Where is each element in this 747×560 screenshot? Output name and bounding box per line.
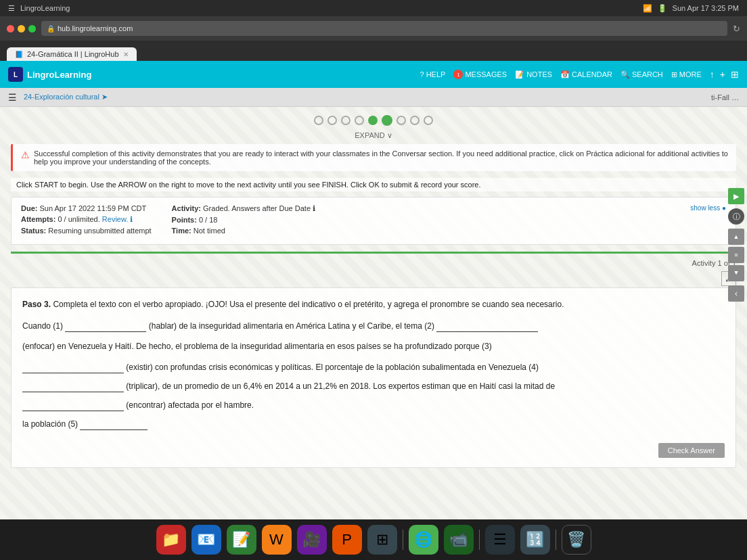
messages-label: MESSAGES [465,70,507,78]
line3-verb1: (existir) con profundas crisis económica… [126,363,539,372]
add-tab-icon[interactable]: + [720,69,725,80]
macos-bar-right: 📶 🔋 Sun Apr 17 3:25 PM [643,4,739,13]
tab-label: 24-Gramática II | LingroHub [27,50,119,58]
show-less-link[interactable]: show less ● [690,204,726,212]
more-label: MORE [679,70,702,78]
battery-icon: 🔋 [658,4,667,13]
notes-icon: 📝 [515,70,524,79]
sentence-3b: (triplicar), de un promedio de un 6,4% e… [22,378,725,394]
scroll-up[interactable]: ▲ [728,229,744,245]
macos-bar-left: ☰ LingroLearning [8,4,70,13]
scroll-down[interactable]: ▲ [728,265,744,281]
course-breadcrumb[interactable]: 24-Exploración cultural ➤ [24,93,108,101]
line3-verb2: (triplicar), de un promedio de un 6,4% e… [126,381,555,391]
check-answer-button[interactable]: Check Answer [658,443,725,458]
dock-app-chrome[interactable]: 🌐 [409,525,438,555]
dock-trash[interactable]: 🗑️ [562,525,591,555]
review-link[interactable]: Review. ℹ [102,215,133,223]
nav-right: ? HELP 1 MESSAGES 📝 NOTES 📅 CALENDAR 🔍 S… [420,69,739,80]
expand-label[interactable]: EXPAND ∨ [11,131,736,140]
dock-separator-3 [556,530,556,550]
points-label: Points: [172,216,197,224]
input-3[interactable] [22,362,124,373]
chevron-left-button[interactable]: ‹ [728,285,744,302]
search-label: SEARCH [632,70,663,78]
input-2[interactable] [436,321,538,332]
dock-app-finder[interactable]: 📁 [156,525,186,555]
attempts-value: 0 / unlimited. [58,215,99,223]
dock-app-numlite[interactable]: 🔢 [520,525,550,555]
tab-favicon: 📘 [15,51,23,58]
minimize-button[interactable] [18,25,25,32]
macos-bar: ☰ LingroLearning 📶 🔋 Sun Apr 17 3:25 PM [0,0,747,16]
hamburger-icon[interactable]: ☰ [8,92,17,103]
reload-icon[interactable]: ↻ [733,24,740,34]
grid-view-icon[interactable]: ⊞ [731,69,739,80]
due-row: Due: Sun Apr 17 2022 11:59 PM CDT [21,204,152,212]
address-bar[interactable]: 🔒 hub.lingrolearning.com [41,21,727,36]
right-panel: ▶ ⓘ ▲ ≡ ▲ ‹ [728,188,744,302]
dock-app-camera[interactable]: 🎥 [297,525,327,555]
sentence-2: (enfocar) en Venezuela y Haití. De hecho… [22,340,725,353]
paso-instruction: Paso 3. Completa el texto con el verbo a… [22,298,725,311]
info-text: Successful completion of this activity d… [34,149,728,166]
dock-app-word[interactable]: W [262,525,292,555]
input-1[interactable] [65,321,146,332]
points-value: 0 / 18 [199,216,218,224]
dock-app-mail[interactable]: 📧 [191,525,221,555]
help-nav-item[interactable]: ? HELP [420,70,446,78]
question-area: Paso 3. Completa el texto con el verbo a… [11,287,736,468]
dock-app-grid[interactable]: ⊞ [367,525,397,555]
prog-dot-1 [314,116,323,125]
prog-dot-2 [327,116,337,125]
bottom-dock: 📁 📧 📝 W 🎥 P ⊞ 🌐 📹 ☰ 🔢 🗑️ [0,519,747,560]
dock-app-notes[interactable]: 📝 [227,525,256,555]
lingro-nav: L LingroLearning ? HELP 1 MESSAGES 📝 NOT… [0,61,747,88]
green-separator [11,252,736,254]
active-tab[interactable]: 📘 24-Gramática II | LingroHub ✕ [7,47,137,61]
attempts-label: Attempts: [21,215,55,223]
time-value: Not timed [194,227,225,235]
info-button[interactable]: ⓘ [728,208,744,225]
tab-bar: 📘 24-Gramática II | LingroHub ✕ [0,41,747,61]
menu-icon[interactable]: ☰ [8,4,15,13]
close-button[interactable] [7,25,14,32]
notes-nav-item[interactable]: 📝 NOTES [515,70,552,79]
input-5[interactable] [80,419,148,430]
input-encontrar[interactable] [22,400,124,411]
search-nav-item[interactable]: 🔍 SEARCH [620,70,663,79]
line1-pre: Cuando (1) [22,321,63,331]
dock-app-facetime[interactable]: 📹 [444,525,474,555]
window-controls [7,25,36,32]
more-nav-item[interactable]: ⊞ MORE [671,70,702,79]
prog-dot-6 [382,115,392,126]
play-button[interactable]: ▶ [728,188,744,204]
search-icon: 🔍 [620,70,630,79]
wifi-icon: 📶 [643,4,652,13]
help-label: HELP [426,70,446,78]
dock-app-system[interactable]: ☰ [485,525,515,555]
activity-counter: Activity 1 of 1 [11,259,736,267]
lock-icon: 🔒 [47,25,55,32]
messages-nav-item[interactable]: 1 MESSAGES [453,70,507,79]
dock-separator [403,530,403,550]
logo-icon: L [8,67,23,82]
progress-dots [11,115,736,126]
sentence-5: la población (5) [22,416,725,432]
maximize-button[interactable] [28,25,36,32]
scroll-mid[interactable]: ≡ [728,247,744,263]
status-row: Status: Resuming unsubmitted attempt [21,227,152,235]
calendar-icon: 📅 [560,70,570,79]
share-icon[interactable]: ↑ [710,69,715,80]
input-4[interactable] [22,381,124,392]
dock-app-ppt[interactable]: P [332,525,362,555]
points-row: Points: 0 / 18 [172,216,316,224]
prog-dot-8 [410,116,420,125]
paso-label: Paso 3. [22,300,51,309]
main-content: EXPAND ∨ ⚠ Successful completion of this… [0,107,747,519]
due-label: Due: [21,204,37,212]
calendar-nav-item[interactable]: 📅 CALENDAR [560,70,612,79]
expand-area: ⤢ [11,273,736,285]
line4-pre: (encontrar) afectada por el hambre. [126,400,254,410]
tab-close-icon[interactable]: ✕ [123,51,129,58]
